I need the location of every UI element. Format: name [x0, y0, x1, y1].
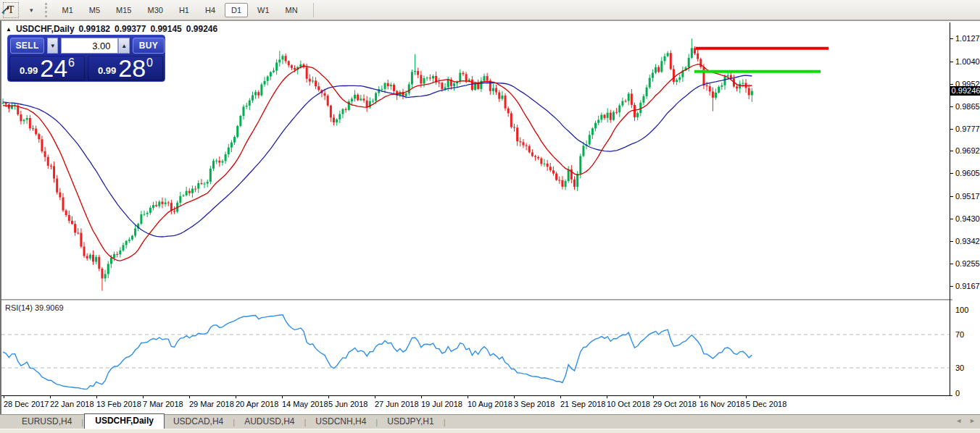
- price-axis-border: [950, 22, 950, 396]
- time-axis-label: 10 Aug 2018: [468, 400, 512, 408]
- rsi-line[interactable]: [3, 315, 752, 390]
- timeframe-button-h1[interactable]: H1: [173, 3, 196, 17]
- tabs-scroll-right-icon[interactable]: ►: [969, 417, 976, 424]
- timeframe-button-w1[interactable]: W1: [251, 3, 276, 17]
- price-axis-tick: [950, 264, 953, 264]
- ohlc-high-value: 0.99377: [115, 24, 146, 34]
- ohlc-low-value: 0.99145: [150, 24, 181, 34]
- price-axis-tick: [950, 129, 953, 130]
- time-axis-label: 29 Oct 2018: [653, 400, 697, 408]
- time-axis-border: [1, 395, 952, 396]
- rsi-axis-label: 30: [955, 363, 964, 372]
- time-axis-tick: [699, 395, 700, 398]
- price-axis-label: 0.94300: [955, 214, 980, 223]
- sell-price-point: 6: [68, 56, 75, 70]
- chart-tab-usdjpy[interactable]: USDJPY,H1: [378, 415, 442, 429]
- time-axis-label: 28 Dec 2017: [4, 400, 49, 408]
- toolbar-grip[interactable]: [45, 3, 47, 17]
- price-axis-label: 0.93425: [955, 237, 980, 245]
- tab-separator: |: [304, 418, 306, 426]
- chart-tab-eurusd[interactable]: EURUSD,H4: [13, 415, 80, 429]
- price-axis-tick: [950, 286, 953, 287]
- time-axis-tick: [514, 395, 515, 398]
- timeframe-button-d1[interactable]: D1: [225, 3, 248, 17]
- time-axis-tick: [328, 395, 329, 398]
- tab-separator: |: [81, 418, 83, 426]
- chart-title: ▲ USDCHF,Daily 0.99182 0.99377 0.99145 0…: [6, 24, 217, 34]
- time-axis-tick: [96, 395, 97, 398]
- chart-tab-usdcnh[interactable]: USDCNH,H4: [307, 415, 375, 429]
- price-axis-tick: [950, 151, 953, 151]
- chart-tab-strip: EURUSD,H4|USDCHF,DailyUSDCAD,H4|AUDUSD,H…: [0, 414, 980, 429]
- time-axis-tick: [4, 395, 4, 398]
- price-axis-label: 0.97775: [955, 125, 980, 133]
- cursor-style-dropdown-button[interactable]: ▾: [25, 2, 36, 18]
- rsi-axis-label: 70: [955, 330, 964, 339]
- price-axis-label: 1.00400: [955, 57, 980, 66]
- time-axis-label: 5 Jun 2018: [328, 400, 368, 408]
- tab-separator: |: [375, 418, 378, 426]
- current-price-tag: 0.99246: [950, 86, 980, 96]
- sell-button[interactable]: SELL: [10, 38, 44, 54]
- price-axis-label: 0.96925: [955, 146, 980, 155]
- tabs-scroll-left-icon[interactable]: ◄: [955, 417, 962, 424]
- buy-price-prefix: 0.99: [98, 65, 116, 76]
- toolbar-separator: [313, 3, 314, 17]
- time-axis-tick: [375, 395, 375, 398]
- time-axis-label: 27 Jun 2018: [375, 400, 419, 408]
- ohlc-close-value: 0.99246: [186, 24, 217, 34]
- lot-decrease-button[interactable]: ▼: [47, 38, 58, 54]
- price-axis-tick: [950, 196, 953, 197]
- time-axis-tick: [143, 395, 144, 398]
- time-axis-label: 5 Dec 2018: [746, 400, 786, 408]
- time-axis-label: 7 Mar 2018: [143, 400, 183, 408]
- lot-size-input[interactable]: [61, 38, 118, 54]
- price-axis-label: 0.91675: [955, 282, 980, 290]
- sell-price-display[interactable]: 0.99 24 6: [9, 56, 85, 80]
- time-axis-tick: [189, 395, 190, 398]
- buy-price-display[interactable]: 0.99 28 0: [88, 56, 163, 80]
- tab-separator: |: [233, 418, 235, 426]
- sell-price-prefix: 0.99: [20, 65, 38, 76]
- time-axis-label: 20 Apr 2018: [236, 400, 278, 408]
- buy-button[interactable]: BUY: [133, 38, 165, 54]
- timeframe-button-m1[interactable]: M1: [56, 3, 80, 17]
- chart-tab-audusd[interactable]: AUDUSD,H4: [236, 415, 303, 429]
- time-axis-tick: [468, 395, 468, 398]
- timeframe-button-m15[interactable]: M15: [109, 3, 138, 17]
- lot-increase-button[interactable]: ▲: [118, 38, 129, 54]
- timeframe-button-m30[interactable]: M30: [141, 3, 170, 17]
- time-axis-tick: [653, 395, 654, 398]
- rsi-indicator-chart: [1, 300, 950, 396]
- price-axis-label: 0.95175: [955, 192, 980, 201]
- chart-tab-usdchf[interactable]: USDCHF,Daily: [84, 413, 165, 429]
- ma-fast-line[interactable]: [3, 64, 752, 261]
- chart-tab-usdcad[interactable]: USDCAD,H4: [165, 415, 232, 429]
- ma-slow-line[interactable]: [3, 75, 752, 237]
- time-axis-tick: [607, 395, 607, 398]
- price-axis-tick: [950, 241, 953, 242]
- rsi-axis-label: 100: [955, 306, 968, 314]
- price-axis-tick: [950, 106, 953, 107]
- timeframe-button-h4[interactable]: H4: [199, 3, 222, 17]
- chart-window: ▲ USDCHF,Daily 0.99182 0.99377 0.99145 0…: [0, 20, 980, 414]
- time-axis-label: 3 Sep 2018: [514, 400, 555, 408]
- price-axis-tick: [950, 62, 953, 62]
- time-axis-label: 14 May 2018: [282, 400, 328, 408]
- price-axis-label: 0.98650: [955, 102, 980, 111]
- price-axis-tick: [950, 84, 953, 85]
- time-axis-tick: [560, 395, 561, 398]
- price-axis-label: 0.92550: [955, 259, 980, 268]
- timeframe-button-mn[interactable]: MN: [279, 3, 304, 17]
- collapse-arrow-icon[interactable]: ▲: [6, 26, 12, 33]
- price-axis-label: 1.01275: [955, 34, 980, 43]
- timeframe-button-m5[interactable]: M5: [83, 3, 107, 17]
- sell-price-pips: 24: [40, 57, 67, 79]
- time-axis-label: 21 Sep 2018: [560, 400, 605, 408]
- status-bar: [0, 429, 980, 433]
- price-axis-label: 0.96050: [955, 169, 980, 177]
- tab-separator: |: [444, 418, 446, 426]
- time-axis-label: 13 Feb 2018: [96, 400, 141, 408]
- time-axis-label: 22 Jan 2018: [50, 400, 94, 408]
- rsi-axis-label: 0: [955, 389, 960, 398]
